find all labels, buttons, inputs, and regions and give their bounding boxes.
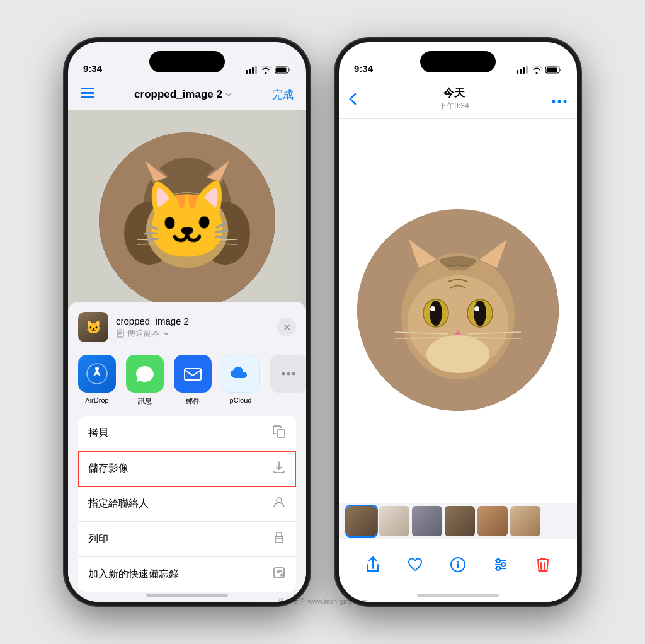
dynamic-island [149, 51, 225, 72]
edit-button[interactable] [487, 551, 515, 578]
status-time-left: 9:34 [83, 63, 102, 74]
messages-label: 訊息 [138, 396, 152, 406]
mail-label: 郵件 [186, 396, 200, 406]
left-screen: 9:34 [68, 42, 306, 602]
app-icon-messages[interactable]: 訊息 [126, 355, 164, 406]
pcloud-icon-bg [222, 355, 260, 393]
sliders-icon [493, 556, 509, 573]
svg-rect-47 [547, 68, 557, 72]
chevron-down-icon [225, 91, 232, 98]
svg-point-50 [564, 100, 567, 103]
save-label: 儲存影像 [88, 462, 128, 475]
svg-point-20 [165, 217, 174, 234]
share-filename: cropped_image 2 [116, 316, 270, 326]
wifi-icon [261, 66, 271, 74]
home-indicator-left [146, 594, 228, 597]
right-navbar: 今天 下午9:34 [339, 79, 577, 119]
share-button[interactable] [359, 551, 387, 578]
svg-line-28 [197, 243, 237, 244]
svg-rect-8 [81, 96, 94, 98]
app-icon-mail[interactable]: 郵件 [174, 355, 212, 406]
more-button[interactable] [552, 91, 567, 107]
right-nav-subtitle: 下午9:34 [357, 101, 552, 112]
wifi-icon-right [532, 66, 542, 74]
airdrop-icon-svg [86, 362, 108, 385]
app-icon-pcloud[interactable]: pCloud [222, 355, 260, 404]
svg-point-13 [146, 192, 228, 268]
watermark: 塔科女子 www.tech-girlz.com [278, 597, 367, 606]
right-iphone: 9:34 [335, 38, 581, 606]
ellipsis-icon [552, 100, 567, 103]
svg-rect-7 [81, 92, 94, 94]
right-screen: 9:34 [339, 42, 577, 602]
share-thumbnail: 🐱 [78, 312, 108, 342]
svg-rect-44 [523, 67, 525, 74]
svg-point-49 [558, 100, 561, 103]
app-icon-more[interactable] [270, 355, 306, 393]
svg-point-48 [552, 100, 556, 103]
thumbnail-1[interactable] [346, 506, 377, 536]
svg-point-76 [496, 559, 500, 563]
back-button[interactable] [349, 93, 357, 105]
info-icon [450, 556, 466, 573]
svg-rect-6 [81, 88, 94, 89]
print-label: 列印 [88, 532, 108, 546]
thumbnail-6[interactable] [510, 506, 540, 536]
share-item-contact[interactable]: 指定給聯絡人 [78, 486, 296, 522]
svg-line-68 [395, 338, 448, 338]
share-item-note[interactable]: 加入新的快速備忘錄 [78, 557, 296, 592]
share-close-button[interactable]: ✕ [277, 318, 296, 336]
list-icon[interactable] [81, 88, 94, 101]
left-nav-title: cropped_image 2 [134, 88, 232, 101]
right-nav-center: 今天 下午9:34 [357, 86, 552, 112]
hamburger-icon [81, 88, 94, 99]
copy-icon [272, 425, 286, 442]
share-subtitle: 傳送副本 [127, 328, 160, 339]
right-photo-area [339, 119, 577, 501]
delete-button[interactable] [529, 551, 557, 578]
svg-rect-0 [246, 70, 248, 74]
svg-rect-42 [517, 70, 518, 74]
svg-line-27 [197, 239, 237, 241]
svg-point-18 [161, 216, 178, 236]
chevron-down-small-icon [163, 330, 170, 337]
info-button[interactable] [444, 551, 472, 578]
share-item-print[interactable]: 列印 [78, 522, 296, 557]
contact-label: 指定給聯絡人 [88, 497, 149, 510]
svg-point-34 [287, 372, 290, 376]
save-icon [272, 460, 286, 477]
thumbnail-2[interactable] [379, 506, 409, 536]
favorite-button[interactable] [401, 551, 429, 578]
share-sheet: 🐱 cropped_image 2 傳送副本 ✕ [68, 302, 306, 602]
svg-point-61 [474, 301, 486, 326]
pcloud-icon-svg [229, 362, 252, 385]
thumbnail-5[interactable] [477, 506, 508, 536]
svg-point-33 [282, 372, 285, 376]
done-button[interactable]: 完成 [272, 88, 294, 102]
cat-photo-left [99, 132, 275, 309]
mail-icon-bg [174, 355, 212, 393]
signal-icon-right [517, 66, 528, 74]
battery-icon [275, 66, 291, 74]
status-icons-right [517, 66, 562, 74]
more-dots-icon [279, 364, 298, 383]
svg-rect-32 [185, 369, 201, 380]
share-item-save[interactable]: 儲存影像 [78, 451, 296, 486]
svg-point-11 [124, 202, 174, 265]
share-item-copy[interactable]: 拷貝 [78, 416, 296, 451]
file-icon [116, 329, 125, 338]
note-label: 加入新的快速備忘錄 [88, 568, 179, 581]
mail-icon-svg [181, 362, 204, 385]
pcloud-label: pCloud [230, 396, 252, 404]
svg-point-22 [166, 221, 169, 225]
svg-line-26 [137, 243, 178, 244]
svg-point-63 [474, 306, 479, 311]
svg-marker-24 [183, 238, 191, 243]
thumbnail-4[interactable] [445, 506, 475, 536]
thumbnail-3[interactable] [412, 506, 442, 536]
airdrop-icon-bg [78, 355, 116, 393]
app-icon-airdrop[interactable]: AirDrop [78, 355, 116, 404]
svg-point-40 [282, 537, 283, 538]
svg-point-78 [496, 566, 500, 570]
contact-icon [272, 495, 286, 512]
